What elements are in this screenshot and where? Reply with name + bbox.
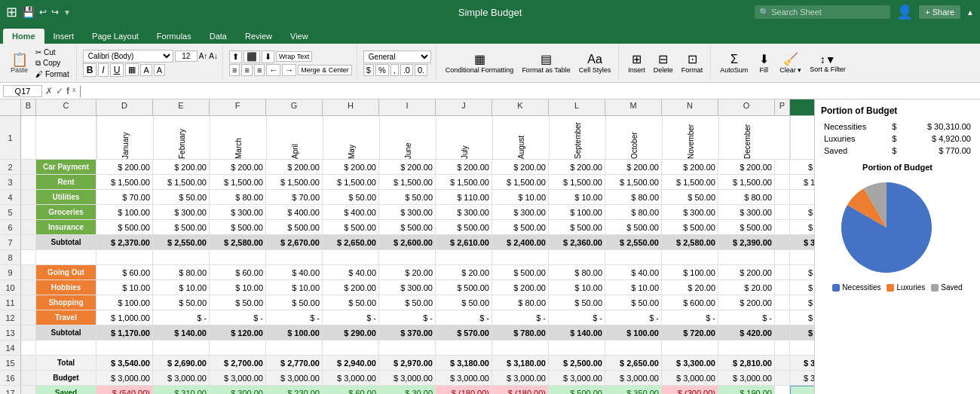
cell-n9[interactable]: $ 100.00	[662, 265, 718, 279]
cell-n5[interactable]: $ 300.00	[662, 205, 718, 219]
font-size-decrease[interactable]: A↓	[209, 52, 218, 60]
cell-k5[interactable]: $ 300.00	[492, 205, 549, 219]
cell-i12[interactable]: $ -	[379, 310, 436, 325]
tab-home[interactable]: Home	[3, 29, 44, 44]
cell-p17[interactable]	[775, 386, 790, 394]
align-center-button[interactable]: ≡	[241, 64, 252, 76]
autosum-button[interactable]: Σ AutoSum	[717, 51, 751, 75]
cell-c13-label[interactable]: Subtotal	[36, 325, 96, 340]
font-color-button[interactable]: A	[154, 64, 165, 76]
cell-h11[interactable]: $ 50.00	[323, 295, 379, 310]
redo-icon[interactable]: ↪	[51, 7, 59, 17]
cell-g1-apr[interactable]: April	[266, 116, 323, 159]
cell-i9[interactable]: $ 20.00	[379, 265, 436, 279]
cell-l10[interactable]: $ 10.00	[549, 280, 605, 295]
cell-e5[interactable]: $ 300.00	[153, 205, 210, 219]
cell-j4[interactable]: $ 110.00	[436, 190, 492, 204]
cell-l1-sep[interactable]: September	[549, 116, 605, 159]
cell-q11[interactable]: $ 1,380.00	[790, 295, 814, 310]
cell-d2[interactable]: $ 200.00	[96, 160, 153, 174]
col-header-m[interactable]: M	[605, 99, 662, 115]
cell-q4[interactable]: $ 930.00	[790, 190, 814, 204]
cell-q3[interactable]: $ 18,000.00	[790, 175, 814, 189]
cell-f13[interactable]: $ 120.00	[210, 325, 266, 340]
cell-n13[interactable]: $ 720.00	[662, 325, 718, 340]
cell-l12[interactable]: $ -	[549, 310, 605, 325]
cell-g10[interactable]: $ 10.00	[266, 280, 323, 295]
cell-o7[interactable]: $ 2,390.00	[718, 235, 775, 249]
cell-h6[interactable]: $ 500.00	[323, 220, 379, 234]
cell-styles-button[interactable]: Aa Cell Styles	[576, 51, 614, 75]
cell-p2[interactable]	[775, 160, 790, 174]
cell-q9[interactable]: $ 1,240.00	[790, 265, 814, 279]
cell-d5[interactable]: $ 100.00	[96, 205, 153, 219]
align-top-button[interactable]: ⬆	[229, 50, 242, 63]
cell-g16[interactable]: $ 3,000.00	[266, 371, 323, 385]
cell-j9[interactable]: $ 20.00	[436, 265, 492, 279]
cell-l11[interactable]: $ 50.00	[549, 295, 605, 310]
cell-g8[interactable]	[266, 250, 323, 264]
cell-p4[interactable]	[775, 190, 790, 204]
cell-o15[interactable]: $ 2,810.00	[718, 356, 775, 370]
cell-k1-aug[interactable]: August	[492, 116, 549, 159]
cell-k13[interactable]: $ 780.00	[492, 325, 549, 340]
cell-e9[interactable]: $ 80.00	[153, 265, 210, 279]
format-button[interactable]: ⊡ Format	[678, 50, 706, 75]
cell-p3[interactable]	[775, 175, 790, 189]
cell-f6[interactable]: $ 500.00	[210, 220, 266, 234]
cell-m14[interactable]	[605, 341, 662, 355]
align-left-button[interactable]: ≡	[229, 64, 240, 76]
cell-d7[interactable]: $ 2,370.00	[96, 235, 153, 249]
cell-m4[interactable]: $ 80.00	[605, 190, 662, 204]
cell-i16[interactable]: $ 3,000.00	[379, 371, 436, 385]
cell-l5[interactable]: $ 100.00	[549, 205, 605, 219]
cell-k7[interactable]: $ 2,400.00	[492, 235, 549, 249]
cell-c14[interactable]	[36, 341, 96, 355]
clear-button[interactable]: 🧹 Clear ▾	[776, 50, 804, 75]
cell-h1-may[interactable]: May	[323, 116, 379, 159]
font-size-increase[interactable]: A↑	[199, 52, 208, 60]
cell-d14[interactable]	[96, 341, 153, 355]
search-input[interactable]	[755, 5, 890, 19]
cell-m5[interactable]: $ 80.00	[605, 205, 662, 219]
cell-p9[interactable]	[775, 265, 790, 279]
cell-j15[interactable]: $ 3,180.00	[436, 356, 492, 370]
cell-b1[interactable]	[21, 116, 36, 159]
cell-c9-label[interactable]: Going Out	[36, 265, 96, 279]
formula-cancel-icon[interactable]: ✗	[45, 86, 53, 96]
cell-n7[interactable]: $ 2,580.00	[662, 235, 718, 249]
indent-increase-button[interactable]: →	[282, 64, 296, 76]
cell-n6[interactable]: $ 500.00	[662, 220, 718, 234]
cell-p10[interactable]	[775, 280, 790, 295]
cell-p6[interactable]	[775, 220, 790, 234]
cell-o13[interactable]: $ 420.00	[718, 325, 775, 340]
col-header-o[interactable]: O	[718, 99, 775, 115]
cell-n12[interactable]: $ -	[662, 310, 718, 325]
cell-k9[interactable]: $ 500.00	[492, 265, 549, 279]
cell-f14[interactable]	[210, 341, 266, 355]
cell-j2[interactable]: $ 200.00	[436, 160, 492, 174]
cell-c11-label[interactable]: Shopping	[36, 295, 96, 310]
cell-e16[interactable]: $ 3,000.00	[153, 371, 210, 385]
cell-l8[interactable]	[549, 250, 605, 264]
cell-e12[interactable]: $ -	[153, 310, 210, 325]
cell-d15[interactable]: $ 3,540.00	[96, 356, 153, 370]
cell-l7[interactable]: $ 2,360.00	[549, 235, 605, 249]
cell-g14[interactable]	[266, 341, 323, 355]
cell-o11[interactable]: $ 200.00	[718, 295, 775, 310]
col-header-i[interactable]: I	[379, 99, 436, 115]
cell-l2[interactable]: $ 200.00	[549, 160, 605, 174]
cell-q12[interactable]: $ 1,000.00	[790, 310, 814, 325]
col-header-n[interactable]: N	[662, 99, 718, 115]
cell-f17[interactable]: $ 300.00	[210, 386, 266, 394]
cell-k2[interactable]: $ 200.00	[492, 160, 549, 174]
cell-p8[interactable]	[775, 250, 790, 264]
cell-k16[interactable]: $ 3,000.00	[492, 371, 549, 385]
cell-m16[interactable]: $ 3,000.00	[605, 371, 662, 385]
cell-q2[interactable]: $ 2,400.00	[790, 160, 814, 174]
percent-button[interactable]: %	[375, 64, 389, 76]
sort-filter-button[interactable]: ↕▼ Sort & Filter	[807, 52, 849, 75]
cell-o10[interactable]: $ 20.00	[718, 280, 775, 295]
cell-f10[interactable]: $ 10.00	[210, 280, 266, 295]
col-header-k[interactable]: K	[492, 99, 549, 115]
